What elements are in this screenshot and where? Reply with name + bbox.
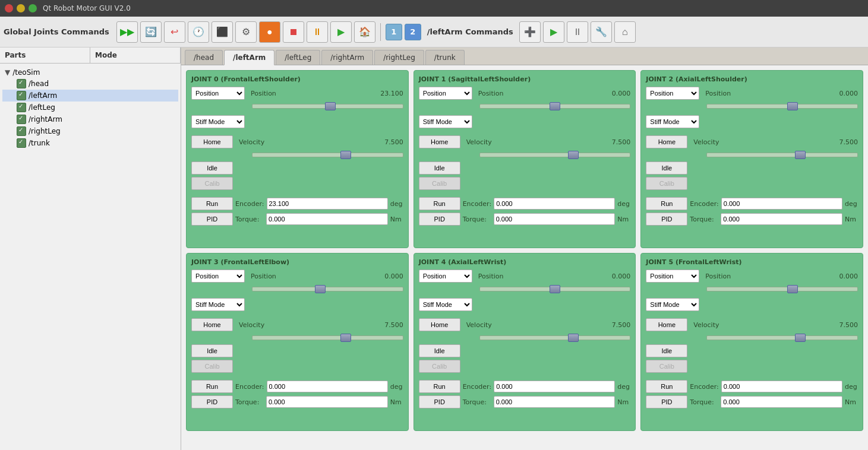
pid-button-4[interactable]: PID — [419, 395, 460, 408]
position-slider-thumb-4[interactable] — [550, 285, 560, 293]
position-select-3[interactable]: Position Velocity Torque — [191, 270, 245, 283]
torque-input-0[interactable] — [266, 213, 388, 225]
idle-button-2[interactable]: Idle — [646, 161, 687, 175]
sidebar-item-rightleg[interactable]: /rightLeg — [2, 125, 178, 137]
pause-global-button[interactable]: ⏸ — [307, 21, 328, 43]
run-button-3[interactable]: Run — [191, 380, 233, 393]
idle-button-0[interactable]: Idle — [191, 161, 233, 175]
position-select-4[interactable]: Position Velocity Torque — [419, 270, 472, 283]
run-button-5[interactable]: Run — [646, 380, 687, 393]
mode-select-5[interactable]: Stiff Mode Compliant Mode — [646, 298, 699, 311]
wrench-button[interactable]: 🔧 — [591, 21, 612, 43]
idle-button-5[interactable]: Idle — [646, 344, 687, 357]
refresh-button[interactable]: 🔄 — [140, 21, 162, 43]
mode-select-4[interactable]: Stiff Mode Compliant Mode — [419, 298, 472, 311]
pid-button-3[interactable]: PID — [191, 395, 233, 408]
calib-button-1[interactable]: Calib — [419, 177, 460, 190]
pid-button-5[interactable]: PID — [646, 395, 687, 408]
home-global-button[interactable]: 🏠 — [354, 21, 375, 43]
add-button[interactable]: ➕ — [519, 21, 541, 43]
calib-button-5[interactable]: Calib — [646, 360, 687, 373]
tree-root[interactable]: ▼ /teoSim — [2, 67, 178, 78]
position-select-5[interactable]: Position Velocity Torque — [646, 270, 699, 283]
position-slider-thumb-1[interactable] — [550, 102, 560, 110]
sidebar-item-leftleg[interactable]: /leftLeg — [2, 102, 178, 113]
velocity-slider-thumb-2[interactable] — [795, 151, 806, 159]
tab-trunk[interactable]: /trunk — [425, 50, 465, 65]
settings-button[interactable]: ⚙ — [235, 21, 257, 43]
run-global-button[interactable]: ▶ — [330, 21, 352, 43]
minimize-button[interactable] — [17, 4, 25, 12]
mode-select-1[interactable]: Stiff Mode Compliant Mode — [419, 115, 472, 128]
encoder-input-3[interactable] — [267, 381, 388, 392]
position-slider-thumb-2[interactable] — [787, 102, 798, 110]
tab-leftleg[interactable]: /leftLeg — [276, 50, 320, 65]
calib-button-3[interactable]: Calib — [191, 360, 233, 373]
home-button-0[interactable]: Home — [191, 135, 233, 148]
pid-button-1[interactable]: PID — [419, 213, 460, 226]
velocity-slider-thumb-0[interactable] — [340, 151, 351, 159]
run-button-1[interactable]: Run — [419, 197, 460, 210]
sidebar-item-trunk[interactable]: /trunk — [2, 137, 178, 149]
torque-input-4[interactable] — [494, 396, 616, 408]
position-slider-thumb-5[interactable] — [787, 285, 798, 293]
velocity-slider-thumb-1[interactable] — [568, 151, 579, 159]
encoder-input-4[interactable] — [494, 381, 615, 392]
position-select-0[interactable]: Position Velocity Torque — [191, 87, 245, 100]
position-select-1[interactable]: Position Velocity Torque — [419, 87, 472, 100]
mode-select-3[interactable]: Stiff Mode Compliant Mode — [191, 298, 245, 311]
velocity-slider-thumb-4[interactable] — [568, 334, 579, 342]
tab-rightarm[interactable]: /rightArm — [321, 50, 373, 65]
torque-input-1[interactable] — [494, 213, 616, 225]
run-button-2[interactable]: Run — [646, 197, 687, 210]
encoder-input-0[interactable] — [267, 198, 388, 210]
num1-button[interactable]: 1 — [386, 24, 402, 40]
orange-button[interactable]: ● — [259, 21, 280, 43]
home-button-1[interactable]: Home — [419, 135, 460, 148]
calib-button-4[interactable]: Calib — [419, 360, 460, 373]
home-button-3[interactable]: Home — [191, 318, 233, 331]
pause-arm-button[interactable]: ⏸ — [567, 21, 588, 43]
calib-button-2[interactable]: Calib — [646, 177, 687, 190]
position-slider-thumb-3[interactable] — [315, 285, 326, 293]
torque-input-3[interactable] — [266, 396, 388, 408]
idle-button-3[interactable]: Idle — [191, 344, 233, 357]
stop-button[interactable]: ⏹ — [283, 21, 304, 43]
tab-rightleg[interactable]: /rightLeg — [374, 50, 424, 65]
sidebar-item-leftarm[interactable]: /leftArm — [2, 90, 178, 102]
home-button-2[interactable]: Home — [646, 135, 687, 148]
idle-button-1[interactable]: Idle — [419, 161, 460, 175]
num2-button[interactable]: 2 — [405, 24, 421, 40]
back-button[interactable]: ↩ — [164, 21, 185, 43]
sidebar-item-head[interactable]: /head — [2, 78, 178, 90]
position-select-2[interactable]: Position Velocity Torque — [646, 87, 699, 100]
square-button[interactable]: ⬛ — [212, 21, 233, 43]
mode-select-0[interactable]: Stiff Mode Compliant Mode — [191, 115, 245, 128]
run-button-0[interactable]: Run — [191, 197, 233, 210]
house-button[interactable]: ⌂ — [614, 21, 636, 43]
calib-button-0[interactable]: Calib — [191, 177, 233, 190]
encoder-input-2[interactable] — [721, 198, 842, 210]
velocity-slider-thumb-3[interactable] — [340, 334, 351, 342]
mode-select-2[interactable]: Stiff Mode Compliant Mode — [646, 115, 699, 128]
close-button[interactable] — [5, 4, 13, 12]
home-button-5[interactable]: Home — [646, 318, 687, 331]
maximize-button[interactable] — [29, 4, 37, 12]
home-button-4[interactable]: Home — [419, 318, 460, 331]
clock-button[interactable]: 🕐 — [188, 21, 209, 43]
torque-input-2[interactable] — [721, 213, 842, 225]
torque-input-5[interactable] — [721, 396, 842, 408]
velocity-slider-thumb-5[interactable] — [795, 334, 806, 342]
tab-head[interactable]: /head — [185, 50, 223, 65]
pid-button-0[interactable]: PID — [191, 213, 233, 226]
tab-leftarm[interactable]: /leftArm — [224, 50, 274, 65]
encoder-input-1[interactable] — [494, 198, 615, 210]
pid-button-2[interactable]: PID — [646, 213, 687, 226]
sidebar-item-rightarm[interactable]: /rightArm — [2, 113, 178, 125]
idle-button-4[interactable]: Idle — [419, 344, 460, 357]
play-all-button[interactable]: ▶▶ — [116, 21, 138, 43]
play-arm-button[interactable]: ▶ — [543, 21, 564, 43]
run-button-4[interactable]: Run — [419, 380, 460, 393]
encoder-input-5[interactable] — [721, 381, 842, 392]
position-slider-thumb-0[interactable] — [325, 102, 336, 110]
